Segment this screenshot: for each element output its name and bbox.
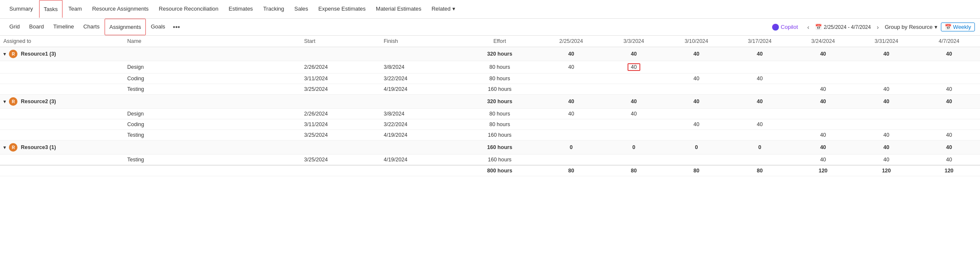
col-date-3: 3/10/2024 — [665, 36, 728, 47]
task-col-0 — [540, 84, 603, 95]
copilot-icon — [772, 24, 779, 31]
total-row: 800 hours 80808080120120120 — [0, 165, 980, 176]
task-finish: 3/22/2024 — [380, 73, 460, 84]
resource-col-5: 40 — [855, 47, 918, 61]
subnav-grid[interactable]: Grid — [5, 19, 24, 35]
group-by-button[interactable]: Group by Resource ▾ — [885, 24, 937, 30]
task-col-6 — [918, 109, 980, 119]
resource-col-6: 40 — [918, 95, 980, 109]
resource-name: Resource1 (3) — [21, 51, 56, 57]
resource-col-5: 40 — [855, 95, 918, 109]
subnav-charts[interactable]: Charts — [79, 19, 104, 35]
total-label — [0, 165, 301, 176]
resource-chevron[interactable]: ▾ R Resource3 (1) — [0, 141, 301, 155]
task-col-2 — [665, 109, 728, 119]
task-col-6: 40 — [918, 130, 980, 141]
nav-resource-reconciliation[interactable]: Resource Reconciliation — [155, 0, 223, 18]
subnav-goals[interactable]: Goals — [147, 19, 170, 35]
next-date-arrow[interactable]: › — [874, 22, 881, 32]
nav-team[interactable]: Team — [64, 0, 86, 18]
group-by-chevron-icon: ▾ — [935, 24, 937, 30]
task-finish: 4/19/2024 — [380, 155, 460, 166]
task-name[interactable]: Design — [124, 61, 301, 73]
task-col-5 — [855, 109, 918, 119]
resource-col-5: 40 — [855, 141, 918, 155]
nav-estimates[interactable]: Estimates — [224, 0, 257, 18]
nav-material-estimates[interactable]: Material Estimates — [372, 0, 426, 18]
resource-badge: R — [9, 97, 17, 106]
total-col-5: 120 — [855, 165, 918, 176]
task-assigned — [0, 61, 124, 73]
nav-sales[interactable]: Sales — [290, 0, 312, 18]
nav-related[interactable]: Related ▾ — [427, 0, 460, 18]
task-col-5: 40 — [855, 155, 918, 166]
task-col-2 — [665, 130, 728, 141]
subnav-assignments[interactable]: Assignments — [105, 19, 145, 35]
task-name[interactable]: Testing — [124, 130, 301, 141]
resource-effort: 160 hours — [460, 141, 540, 155]
table-row: Coding 3/11/2024 3/22/2024 80 hours 4040 — [0, 73, 980, 84]
resource-start — [301, 141, 380, 155]
table-row: Design 2/26/2024 3/8/2024 80 hours 4040 — [0, 61, 980, 73]
task-col-1: 40 — [603, 109, 665, 119]
task-name[interactable]: Coding — [124, 119, 301, 130]
task-col-2: 40 — [665, 73, 728, 84]
resource-badge: R — [9, 143, 17, 152]
task-start: 3/11/2024 — [301, 73, 380, 84]
resource-name: Resource3 (1) — [21, 144, 56, 150]
resource-chevron[interactable]: ▾ R Resource1 (3) — [0, 47, 301, 61]
assignments-table-container: Assigned to Name Start Finish Effort 2/2… — [0, 36, 980, 176]
task-assigned — [0, 130, 124, 141]
nav-tasks[interactable]: Tasks — [39, 0, 62, 18]
task-name[interactable]: Design — [124, 109, 301, 119]
task-effort: 80 hours — [460, 119, 540, 130]
task-effort: 80 hours — [460, 109, 540, 119]
task-col-1 — [603, 130, 665, 141]
task-col-5 — [855, 61, 918, 73]
nav-tracking[interactable]: Tracking — [259, 0, 288, 18]
task-col-1[interactable]: 40 — [603, 61, 665, 73]
resource-finish — [380, 47, 460, 61]
nav-summary[interactable]: Summary — [5, 0, 37, 18]
task-start: 2/26/2024 — [301, 109, 380, 119]
prev-date-arrow[interactable]: ‹ — [805, 22, 812, 32]
task-name[interactable]: Testing — [124, 155, 301, 166]
task-col-4 — [791, 73, 855, 84]
task-effort: 80 hours — [460, 61, 540, 73]
task-col-3: 40 — [728, 73, 791, 84]
collapse-icon[interactable]: ▾ — [3, 145, 6, 150]
task-name[interactable]: Coding — [124, 73, 301, 84]
collapse-icon[interactable]: ▾ — [3, 99, 6, 104]
resource-row: ▾ R Resource2 (3) 320 hours 404040404040… — [0, 95, 980, 109]
total-effort: 800 hours — [460, 165, 540, 176]
more-options-icon[interactable]: ••• — [170, 23, 183, 31]
calendar-icon: 📅 — [815, 24, 822, 30]
task-col-3 — [728, 109, 791, 119]
task-col-5: 40 — [855, 130, 918, 141]
resource-chevron[interactable]: ▾ R Resource2 (3) — [0, 95, 301, 109]
task-col-2: 40 — [665, 119, 728, 130]
collapse-icon[interactable]: ▾ — [3, 51, 6, 56]
table-row: Testing 3/25/2024 4/19/2024 160 hours 40… — [0, 130, 980, 141]
task-col-0 — [540, 119, 603, 130]
task-name[interactable]: Testing — [124, 84, 301, 95]
nav-resource-assignments[interactable]: Resource Assignments — [88, 0, 153, 18]
resource-col-4: 40 — [791, 95, 855, 109]
resource-col-0: 0 — [540, 141, 603, 155]
task-col-4: 40 — [791, 84, 855, 95]
task-finish: 3/22/2024 — [380, 119, 460, 130]
subnav-timeline[interactable]: Timeline — [49, 19, 78, 35]
task-col-1 — [603, 119, 665, 130]
task-assigned — [0, 109, 124, 119]
nav-expense-estimates[interactable]: Expense Estimates — [314, 0, 370, 18]
task-finish: 3/8/2024 — [380, 61, 460, 73]
task-assigned — [0, 119, 124, 130]
task-start: 3/25/2024 — [301, 155, 380, 166]
resource-col-3: 40 — [728, 47, 791, 61]
total-col-2: 80 — [665, 165, 728, 176]
copilot-button[interactable]: Copilot — [769, 22, 801, 32]
subnav-board[interactable]: Board — [25, 19, 48, 35]
resource-col-1: 40 — [603, 47, 665, 61]
weekly-button[interactable]: 📅 Weekly — [941, 23, 975, 31]
total-col-3: 80 — [728, 165, 791, 176]
